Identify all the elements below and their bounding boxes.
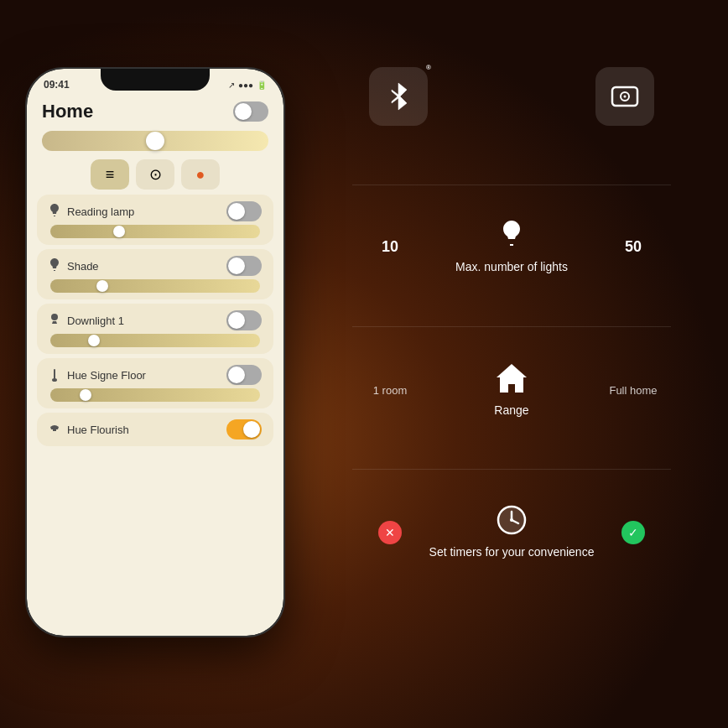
bridge-column — [595, 67, 654, 126]
phone-screen: 09:41 ↗ ●●● 🔋 Home ≡ ⊙ — [27, 69, 283, 636]
tab-bar: ≡ ⊙ ● — [42, 159, 268, 190]
svg-rect-3 — [53, 429, 56, 431]
range-bt-value: 1 room — [373, 384, 407, 397]
light-toggle-reading[interactable] — [226, 201, 262, 221]
light-item-reading: Reading lamp — [37, 195, 273, 245]
light-item-downlight: Downlight 1 — [37, 304, 273, 354]
svg-marker-7 — [497, 364, 527, 393]
home-toggle[interactable] — [233, 101, 268, 122]
status-icons: ↗ ●●● 🔋 — [228, 81, 267, 90]
check-icon: ✓ — [621, 521, 645, 544]
comparison-panel: ® 10 Max. number of ligh — [327, 67, 696, 721]
bluetooth-icon: ® — [369, 67, 428, 126]
phone-outer: 09:41 ↗ ●●● 🔋 Home ≡ ⊙ — [25, 67, 285, 637]
home-title: Home — [42, 101, 93, 122]
home-header: Home — [27, 94, 283, 127]
light-name-signe: Hue Signe Floor — [67, 369, 146, 382]
brightness-slider[interactable] — [42, 131, 268, 151]
light-name-downlight: Downlight 1 — [67, 315, 124, 327]
svg-point-6 — [624, 96, 627, 98]
svg-point-0 — [51, 314, 58, 320]
x-icon: ✕ — [378, 521, 402, 544]
max-lights-bridge-value: 50 — [625, 238, 642, 255]
timers-label: Set timers for your convenience — [429, 543, 595, 561]
divider-2 — [352, 326, 671, 327]
light-name-shade: Shade — [67, 260, 99, 273]
signal-icon: ●●● — [238, 81, 253, 90]
light-toggle-flourish[interactable] — [226, 419, 262, 439]
battery-icon: 🔋 — [257, 81, 267, 90]
light-slider-downlight[interactable] — [50, 334, 260, 347]
range-row: 1 room Range Full home — [352, 361, 671, 419]
phone-notch — [101, 69, 210, 91]
max-lights-label: Max. number of lights — [455, 259, 568, 276]
light-name-reading: Reading lamp — [67, 205, 134, 218]
status-time: 09:41 — [44, 79, 70, 91]
light-slider-reading[interactable] — [50, 225, 260, 238]
bridge-icon — [595, 67, 654, 126]
light-item-flourish: Hue Flourish — [37, 413, 273, 446]
divider-1 — [352, 185, 671, 185]
light-item-shade: Shade — [37, 249, 273, 299]
range-bridge-value: Full home — [609, 384, 657, 397]
timers-row: ✕ Set timers for your convenience ✓ — [352, 503, 671, 561]
timers-right: ✓ — [595, 521, 671, 544]
timers-left: ✕ — [352, 521, 428, 544]
tab-scenes[interactable]: ⊙ — [136, 159, 174, 190]
home-toggle-knob — [235, 103, 252, 120]
light-toggle-shade[interactable] — [226, 256, 262, 276]
phone-mockup: 09:41 ↗ ●●● 🔋 Home ≡ ⊙ — [25, 67, 285, 671]
range-center: Range — [428, 361, 595, 419]
location-icon: ↗ — [228, 81, 235, 90]
top-icons-row: ® — [369, 67, 654, 126]
range-label: Range — [494, 403, 528, 419]
tab-list[interactable]: ≡ — [91, 159, 129, 190]
light-toggle-signe[interactable] — [226, 365, 262, 385]
divider-3 — [352, 469, 671, 470]
brightness-thumb — [146, 132, 164, 150]
timers-center: Set timers for your convenience — [428, 503, 595, 561]
max-lights-center: Max. number of lights — [428, 219, 595, 276]
light-toggle-downlight[interactable] — [226, 310, 262, 330]
max-lights-bt-value: 10 — [382, 238, 398, 255]
light-slider-signe[interactable] — [50, 388, 260, 402]
light-name-flourish: Hue Flourish — [67, 424, 129, 436]
svg-point-2 — [52, 378, 57, 382]
tab-color[interactable]: ● — [181, 159, 220, 190]
range-right: Full home — [595, 382, 671, 397]
svg-rect-1 — [54, 369, 55, 379]
svg-point-11 — [510, 518, 513, 522]
light-slider-shade[interactable] — [50, 279, 260, 293]
bluetooth-column: ® — [369, 67, 428, 126]
max-lights-right: 50 — [595, 238, 671, 256]
max-lights-row: 10 Max. number of lights 50 — [352, 219, 671, 276]
light-item-signe: Hue Signe Floor — [37, 358, 273, 408]
max-lights-left: 10 — [352, 238, 428, 256]
range-left: 1 room — [352, 382, 428, 397]
